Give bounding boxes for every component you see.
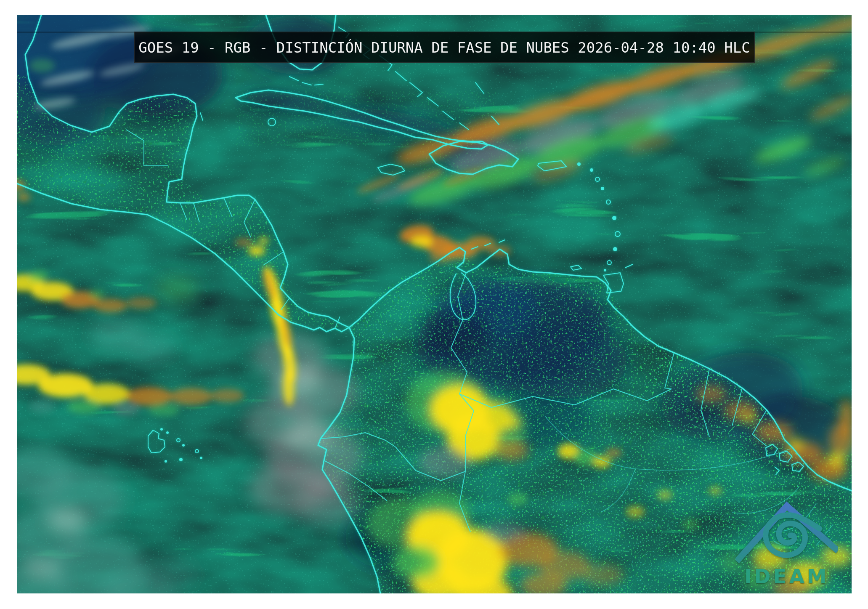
ideam-logo: IDEAM: [735, 492, 838, 589]
satellite-map-art: [17, 15, 852, 593]
satellite-map: [17, 15, 852, 593]
image-title-bar: GOES 19 - RGB - DISTINCIÓN DIURNA DE FAS…: [134, 32, 755, 63]
ideam-logo-text: IDEAM: [735, 566, 838, 586]
satellite-image-frame: GOES 19 - RGB - DISTINCIÓN DIURNA DE FAS…: [0, 0, 868, 609]
image-title: GOES 19 - RGB - DISTINCIÓN DIURNA DE FAS…: [138, 40, 750, 55]
ideam-logo-icon: [735, 492, 838, 566]
